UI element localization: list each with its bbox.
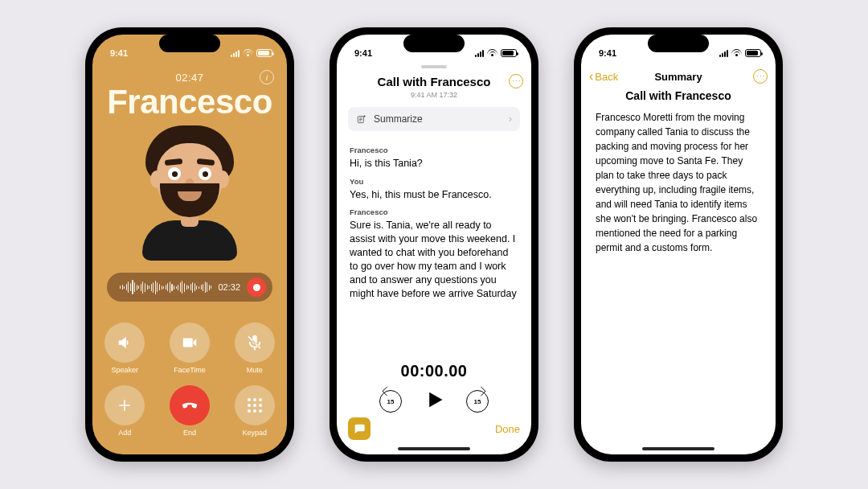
status-time: 9:41 [354, 48, 372, 58]
sparkle-icon [356, 113, 367, 125]
battery-icon [501, 49, 517, 57]
turn-speaker: You [350, 177, 518, 187]
call-screen: 9:41 i 02:47 Francesco [92, 35, 287, 454]
call-duration: 02:47 [92, 72, 287, 84]
speaker-label: Speaker [112, 366, 139, 374]
end-call-icon [179, 395, 200, 416]
waveform-icon [120, 279, 211, 295]
keypad-label: Keypad [242, 429, 267, 437]
summary-body: Francesco Moretti from the moving compan… [581, 102, 776, 263]
message-icon [353, 422, 366, 435]
video-icon [181, 334, 199, 351]
back-button[interactable]: ‹ Back [589, 70, 618, 83]
status-time: 9:41 [110, 48, 128, 58]
message-button[interactable] [348, 417, 371, 440]
play-button[interactable] [423, 388, 445, 414]
summary-screen: 9:41 ‹ Back Summary Call with Francesco … [581, 35, 776, 454]
back-label: Back [595, 71, 618, 83]
skip-back-button[interactable]: 15 [379, 390, 402, 413]
sheet-grip[interactable] [421, 65, 447, 68]
signal-icon [231, 50, 240, 57]
chevron-left-icon: ‹ [589, 70, 593, 83]
summarize-label: Summarize [374, 113, 423, 125]
more-button[interactable] [753, 69, 768, 84]
info-icon[interactable]: i [260, 70, 274, 84]
wifi-icon [243, 49, 253, 57]
end-label: End [183, 429, 196, 437]
turn-speaker: Francesco [350, 146, 518, 156]
speaker-icon [116, 334, 133, 351]
transcript-body[interactable]: Francesco Hi, is this Tania? You Yes, hi… [337, 131, 531, 357]
status-icons [475, 49, 517, 57]
mute-label: Mute [247, 366, 263, 374]
audio-player: 00:00.00 15 15 [337, 357, 531, 417]
signal-icon [475, 50, 484, 57]
skip-seconds: 15 [474, 398, 481, 405]
note-meta: 9:41 AM 17:32 [337, 91, 531, 99]
facetime-button[interactable]: FaceTime [170, 323, 210, 374]
recording-time: 02:32 [218, 282, 240, 292]
add-label: Add [118, 429, 131, 437]
plus-icon [117, 397, 133, 413]
skip-seconds: 15 [387, 398, 395, 405]
battery-icon [745, 49, 761, 57]
record-stop-button[interactable] [247, 277, 266, 297]
status-time: 9:41 [599, 48, 616, 58]
home-indicator[interactable] [398, 447, 470, 450]
phone-transcript: 9:41 Call with Francesco 9:41 AM 17:32 S… [330, 27, 538, 462]
dynamic-island [403, 35, 465, 52]
add-button[interactable]: Add [104, 385, 145, 437]
status-icons [719, 49, 761, 57]
done-button[interactable]: Done [495, 423, 520, 435]
summary-title: Call with Francesco [581, 89, 776, 102]
turn-text: Sure is. Tania, we're all ready to assis… [350, 219, 518, 300]
speaker-button[interactable]: Speaker [104, 323, 145, 374]
dynamic-island [159, 35, 220, 52]
phone-summary: 9:41 ‹ Back Summary Call with Francesco … [574, 27, 783, 462]
page-title: Summary [654, 71, 702, 83]
mute-button[interactable]: Mute [235, 323, 275, 374]
phone-call: 9:41 i 02:47 Francesco [85, 27, 294, 462]
note-title: Call with Francesco [378, 75, 491, 88]
summarize-button[interactable]: Summarize › [348, 107, 520, 131]
more-button[interactable] [509, 74, 523, 88]
signal-icon [719, 50, 728, 57]
skip-forward-button[interactable]: 15 [466, 390, 489, 413]
turn-text: Hi, is this Tania? [350, 157, 518, 171]
recording-bar[interactable]: 02:32 [107, 273, 272, 302]
call-controls: Speaker FaceTime Mute Add End Keypad [92, 323, 287, 437]
battery-icon [256, 49, 272, 57]
turn-text: Yes, hi, this must be Francesco. [350, 188, 518, 202]
end-call-button[interactable]: End [170, 385, 210, 437]
summary-header: ‹ Back Summary [581, 68, 776, 84]
note-header: Call with Francesco [337, 73, 531, 89]
contact-avatar [137, 125, 242, 238]
facetime-label: FaceTime [174, 366, 206, 374]
status-icons [231, 49, 272, 57]
mute-icon [246, 334, 264, 351]
keypad-button[interactable]: Keypad [235, 385, 275, 437]
chevron-right-icon: › [509, 113, 512, 125]
caller-name: Francesco [92, 85, 287, 119]
wifi-icon [487, 49, 497, 57]
keypad-icon [248, 398, 262, 413]
dynamic-island [648, 35, 709, 52]
transcript-screen: 9:41 Call with Francesco 9:41 AM 17:32 S… [337, 35, 531, 454]
play-icon [423, 388, 445, 411]
wifi-icon [731, 49, 742, 57]
player-time: 00:00.00 [337, 362, 531, 380]
home-indicator[interactable] [642, 447, 714, 450]
turn-speaker: Francesco [350, 208, 518, 218]
